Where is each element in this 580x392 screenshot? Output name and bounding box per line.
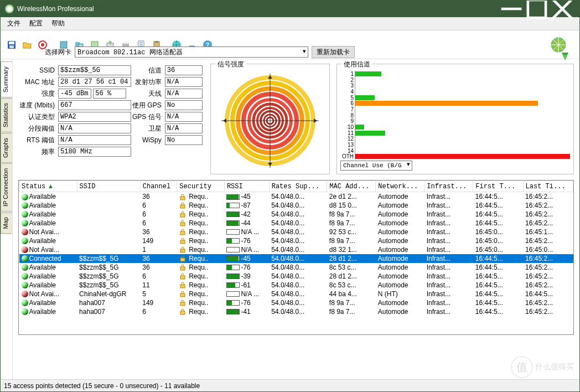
val-ssid[interactable] [58, 65, 131, 75]
table-row[interactable]: Available6 Requ..-4254.0/48.0...f8 9a 7.… [19, 210, 573, 219]
table-row[interactable]: Available36 Requ..-4554.0/48.0...2e d1 2… [19, 192, 573, 201]
status-dot-icon [22, 255, 28, 262]
column-header[interactable]: RSSI [224, 181, 269, 192]
channel-bar [355, 131, 385, 136]
channel-bar [355, 101, 538, 106]
save-icon[interactable] [5, 38, 18, 51]
val-speed[interactable] [58, 100, 131, 110]
lbl-antenna: 天线 [132, 89, 164, 99]
app-icon [5, 4, 14, 13]
signal-strength-panel: 信号强度 [210, 64, 330, 174]
channel-label: 7 [340, 106, 354, 112]
channel-label: 6 [340, 100, 354, 106]
signal-radar-icon [218, 71, 323, 171]
lbl-auth: 认证类型 [19, 112, 57, 122]
svg-rect-50 [180, 285, 185, 288]
val-channel[interactable] [165, 65, 203, 75]
val-mac[interactable] [58, 77, 131, 87]
menu-config[interactable]: 配置 [25, 18, 47, 29]
column-header[interactable]: Security [177, 181, 225, 192]
val-auth[interactable] [58, 112, 131, 122]
table-row[interactable]: Available$$zzm$$_5G11 Requ..-6154.0/48.0… [19, 281, 573, 290]
svg-rect-49 [180, 276, 185, 279]
nic-label: 选择网卡 [45, 48, 71, 57]
table-row[interactable]: Not Avai...ChinaNet-dgGR5 Requ..N/A ...5… [19, 290, 573, 298]
val-txpower[interactable] [165, 77, 203, 87]
tab-ip-connection[interactable]: IP Connection [1, 163, 12, 212]
side-tabs: Summary Statistics Graphs IP Connection … [1, 59, 13, 379]
lbl-gps: 使用 GPS [132, 100, 164, 110]
column-header[interactable]: Last Ti... [523, 181, 573, 192]
reload-button[interactable]: 重新加载卡 [312, 46, 355, 58]
column-header[interactable]: Channel [140, 181, 177, 192]
channel-label: OTH [340, 153, 354, 159]
minimize-button[interactable] [499, 1, 524, 17]
column-header[interactable]: MAC Add... [327, 181, 376, 192]
column-header[interactable]: SSID [77, 181, 140, 192]
svg-rect-53 [180, 311, 185, 314]
svg-point-8 [41, 43, 44, 47]
column-header[interactable]: Status ▲ [19, 181, 77, 192]
val-rts[interactable] [58, 135, 131, 145]
val-strength-dbm[interactable] [58, 89, 91, 99]
tab-graphs[interactable]: Graphs [1, 133, 12, 163]
column-header[interactable]: Rates Sup... [269, 181, 327, 192]
channel-label: 14 [340, 148, 354, 154]
maximize-button[interactable] [524, 1, 550, 17]
close-button[interactable] [550, 1, 575, 17]
menu-help[interactable]: 帮助 [47, 18, 69, 29]
val-antenna[interactable] [165, 89, 203, 99]
nic-select[interactable] [75, 47, 308, 58]
lbl-txpower: 发射功率 [132, 77, 164, 87]
val-freq[interactable] [58, 147, 131, 157]
channel-bars [355, 71, 570, 159]
column-header[interactable]: Infrast... [424, 181, 473, 192]
svg-rect-46 [180, 249, 185, 252]
table-row[interactable]: Available6 Requ..-8754.0/48.0...d8 15 0.… [19, 201, 573, 210]
table-row[interactable]: Availablehaha007149 Requ..-7654.0/48.0..… [19, 298, 573, 307]
val-wispy[interactable] [165, 135, 203, 145]
tab-summary[interactable]: Summary [1, 61, 12, 97]
table-row[interactable]: Not Avai...36 Requ..N/A ...54.0/48.0...9… [19, 228, 573, 236]
status-dot-icon [22, 282, 28, 288]
status-dot-icon [22, 264, 28, 271]
channel-label: 2 [340, 77, 354, 83]
open-icon[interactable] [20, 38, 34, 51]
tab-map[interactable]: Map [1, 212, 12, 234]
column-header[interactable]: Network... [376, 181, 424, 192]
table-row[interactable]: Availablehaha0076 Requ..-4154.0/48.0...f… [19, 307, 573, 316]
table-row[interactable]: Connected$$zzm$$_5G36 Requ..-4554.0/48.0… [19, 254, 573, 263]
column-header[interactable]: First T... [473, 181, 523, 192]
table-row[interactable]: Available$$zzm$$_5G36 Requ..-7654.0/48.0… [19, 263, 573, 272]
status-dot-icon [22, 229, 28, 235]
tab-statistics[interactable]: Statistics [1, 98, 12, 132]
val-strength-pct[interactable] [93, 89, 126, 99]
svg-rect-5 [9, 42, 14, 44]
lbl-ssid: SSID [19, 65, 57, 75]
status-dot-icon [22, 238, 28, 244]
table-row[interactable]: Not Avai...1 Requ..N/A ...54.0/48.0...d8… [19, 245, 573, 254]
svg-rect-22 [155, 41, 158, 43]
channel-bar [355, 95, 375, 100]
ap-list[interactable]: Status ▲SSIDChannelSecurityRSSIRates Sup… [18, 180, 574, 335]
channel-bar [355, 154, 570, 159]
svg-rect-15 [123, 42, 128, 44]
menu-file[interactable]: 文件 [3, 18, 25, 29]
channel-label: 1 [340, 71, 354, 77]
lbl-strength: 强度 [19, 89, 57, 99]
channel-label: 12 [340, 136, 354, 142]
val-gps[interactable] [165, 100, 203, 110]
val-frag[interactable] [58, 123, 131, 133]
channel-mode-select[interactable] [340, 161, 412, 171]
val-sat[interactable] [165, 123, 203, 133]
svg-rect-44 [180, 231, 185, 235]
val-gps-sig[interactable] [165, 112, 203, 122]
table-row[interactable]: Available149 Requ..-7654.0/48.0...f8 9a … [19, 236, 573, 245]
lbl-speed: 速度 (Mbits) [19, 100, 57, 110]
lbl-gps-sig: GPS 信号 [132, 112, 164, 122]
table-row[interactable]: Available6 Requ..-4454.0/48.0...f8 9a 7.… [19, 219, 573, 228]
channel-label: 5 [340, 95, 354, 101]
table-row[interactable]: Available$$zzm$$_5G6 Requ..-3954.0/48.0.… [19, 272, 573, 281]
channel-label: 4 [340, 89, 354, 95]
svg-rect-47 [180, 258, 185, 261]
